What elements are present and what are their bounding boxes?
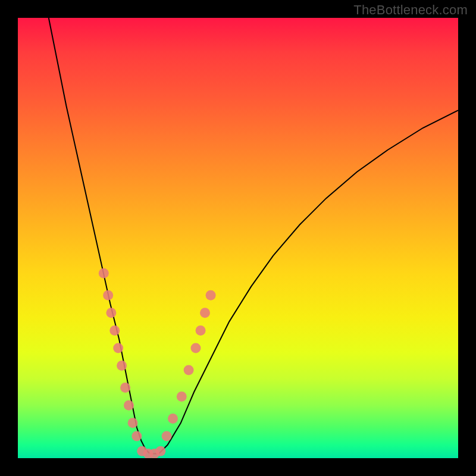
data-point: [120, 383, 130, 393]
data-point: [113, 343, 123, 353]
chart-svg: [18, 18, 458, 458]
data-point: [106, 308, 116, 318]
data-point: [177, 392, 187, 402]
data-point: [155, 446, 165, 456]
data-point: [128, 418, 138, 428]
data-point: [162, 431, 172, 441]
data-point: [200, 308, 210, 318]
data-point: [117, 361, 127, 371]
data-point: [196, 325, 206, 336]
data-point: [168, 414, 178, 424]
data-point: [103, 290, 113, 300]
data-point: [124, 400, 134, 411]
curve-markers: [99, 268, 216, 458]
watermark-label: TheBottleneck.com: [353, 2, 468, 18]
curve-line: [49, 18, 458, 454]
data-point: [206, 290, 216, 300]
data-point: [191, 343, 201, 353]
plot-area: [18, 18, 458, 458]
data-point: [184, 365, 194, 375]
curve: [49, 18, 458, 454]
data-point: [109, 325, 120, 336]
chart-frame: TheBottleneck.com: [0, 0, 476, 476]
data-point: [131, 431, 142, 441]
data-point: [99, 268, 109, 278]
